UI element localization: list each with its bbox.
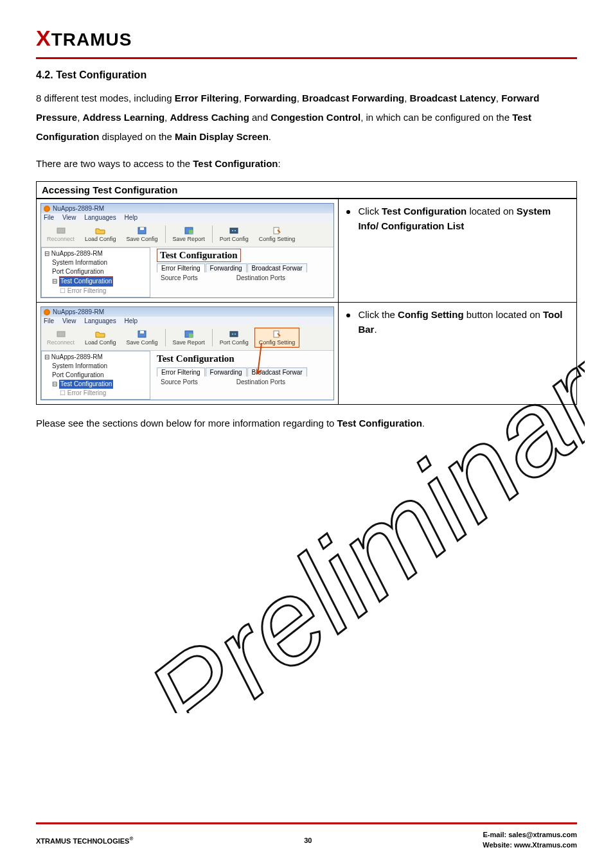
port-config-button[interactable]: Port Config: [215, 328, 253, 348]
port-icon: [228, 226, 240, 235]
config-setting-button[interactable]: Config Setting: [254, 328, 300, 348]
menu-help[interactable]: Help: [124, 214, 138, 221]
text: ,: [239, 93, 244, 103]
reconnect-button[interactable]: Reconnect: [42, 328, 79, 348]
reconnect-button[interactable]: Reconnect: [42, 224, 79, 244]
svg-rect-5: [230, 228, 238, 233]
tree-label: Error Filtering: [67, 389, 107, 396]
tree-testconf[interactable]: ⊟ Test Configuration: [43, 276, 148, 287]
tree-portconf[interactable]: Port Configuration: [43, 267, 148, 276]
screenshot-cell: NuApps-2889-RM File View Languages Help …: [37, 303, 339, 404]
footer-company: XTRAMUS TECHNOLOGIES®: [36, 836, 133, 845]
tree-label-selected: Test Configuration: [59, 380, 114, 389]
tree-root[interactable]: ⊟ NuApps-2889-RM: [43, 249, 148, 258]
save-report-button[interactable]: Save Report: [168, 224, 209, 244]
menu-languages[interactable]: Languages: [84, 317, 116, 324]
text: , in which can be configured on the: [360, 112, 512, 123]
toolbar-separator: [212, 226, 213, 243]
save-icon: [136, 330, 148, 339]
footer-contact: E-mail: sales@xtramus.com Website: www.X…: [483, 830, 577, 850]
port-config-button[interactable]: Port Config: [215, 224, 253, 244]
reconnect-icon: [55, 226, 67, 235]
menu-help[interactable]: Help: [124, 317, 138, 324]
config-setting-button[interactable]: Config Setting: [254, 224, 300, 244]
btn-label: Save Report: [173, 339, 205, 346]
text: Click: [358, 206, 382, 217]
tab-forwarding[interactable]: Forwarding: [206, 263, 247, 272]
save-config-button[interactable]: Save Config: [122, 328, 163, 348]
destination-ports-label: Destination Ports: [236, 378, 285, 385]
term-address-caching: Address Caching: [170, 112, 249, 123]
tree-label: Port Configuration: [52, 371, 104, 378]
tree-errfilt[interactable]: ☐ Error Filtering: [43, 389, 148, 398]
source-ports-label: Source Ports: [161, 378, 198, 385]
bullet-icon: [346, 210, 350, 214]
tree-label-selected: Test Configuration: [59, 276, 114, 287]
config-setting-icon: [271, 226, 283, 235]
footer-rule: [36, 822, 577, 824]
tab-error-filtering[interactable]: Error Filtering: [157, 368, 205, 376]
toolbar-separator: [165, 226, 166, 243]
text: ,: [496, 93, 501, 103]
text: .: [374, 324, 377, 335]
btn-label: Reconnect: [47, 339, 75, 346]
tab-broadcast-forwarding[interactable]: Broadcast Forwar: [247, 263, 307, 272]
brand-rest: TRAMUS: [51, 30, 132, 49]
svg-point-15: [232, 333, 233, 335]
tree-testconf[interactable]: ⊟ Test Configuration: [43, 380, 148, 389]
ports-header-row: Source Ports Destination Ports: [157, 376, 332, 385]
svg-rect-11: [140, 331, 144, 333]
app-window-2: NuApps-2889-RM File View Languages Help …: [40, 306, 334, 400]
tree-label: NuApps-2889-RM: [51, 353, 103, 360]
window-title: NuApps-2889-RM: [53, 308, 104, 315]
content-pane: Test Configuration Error Filtering Forwa…: [150, 247, 333, 297]
btn-label: Config Setting: [259, 236, 296, 242]
menu-languages[interactable]: Languages: [84, 214, 116, 221]
toolbar: Reconnect Load Config Save Config Save R…: [41, 325, 333, 351]
content-title: Test Configuration: [157, 352, 332, 366]
tree-sysinfo[interactable]: System Information: [43, 362, 148, 371]
term-test-configuration: Test Configuration: [193, 158, 278, 169]
load-config-button[interactable]: Load Config: [80, 224, 121, 244]
bullet-icon: [346, 314, 350, 317]
svg-rect-0: [57, 228, 65, 233]
tab-forwarding[interactable]: Forwarding: [206, 368, 247, 376]
svg-rect-9: [57, 332, 65, 337]
load-config-button[interactable]: Load Config: [80, 328, 121, 348]
tab-broadcast-forwarding[interactable]: Broadcast Forwar: [247, 368, 307, 376]
menu-file[interactable]: File: [44, 317, 54, 324]
text: .: [422, 418, 425, 429]
content-pane: Test Configuration Error Filtering Forwa…: [150, 351, 333, 400]
table-header: Accessing Test Configuration: [37, 182, 576, 199]
app-window-1: NuApps-2889-RM File View Languages Help …: [40, 203, 334, 298]
tree-errfilt[interactable]: ☐ Error Filtering: [43, 287, 148, 296]
term-main-display-screen: Main Display Screen: [175, 131, 269, 142]
tree-sysinfo[interactable]: System Information: [43, 258, 148, 267]
btn-label: Save Config: [127, 236, 158, 242]
menu-view[interactable]: View: [62, 317, 76, 324]
text: and: [249, 112, 271, 123]
port-icon: [228, 330, 240, 339]
term-congestion-control: Congestion Control: [271, 112, 360, 123]
btn-label: Load Config: [85, 339, 116, 346]
btn-label: Save Config: [127, 339, 158, 346]
menubar: File View Languages Help: [41, 213, 333, 222]
term-address-learning: Address Learning: [83, 112, 165, 123]
website: www.Xtramus.com: [514, 841, 577, 849]
content-title: Test Configuration: [157, 249, 241, 262]
closing-paragraph: Please see the sections down below for m…: [36, 414, 577, 433]
content-tabs: Error Filtering Forwarding Broadcast For…: [157, 263, 332, 272]
section-heading: 4.2. Test Configuration: [36, 69, 577, 81]
nav-tree: ⊟ NuApps-2889-RM System Information Port…: [41, 247, 150, 297]
tab-error-filtering[interactable]: Error Filtering: [157, 263, 205, 272]
tree-root[interactable]: ⊟ NuApps-2889-RM: [43, 353, 148, 362]
save-report-button[interactable]: Save Report: [168, 328, 209, 348]
menu-view[interactable]: View: [62, 214, 76, 221]
text: Click the: [358, 309, 398, 320]
save-config-button[interactable]: Save Config: [122, 224, 163, 244]
tree-label: System Information: [52, 259, 107, 266]
email: sales@xtramus.com: [508, 831, 577, 838]
tree-portconf[interactable]: Port Configuration: [43, 371, 148, 380]
menu-file[interactable]: File: [44, 214, 54, 221]
term: Config Setting: [398, 309, 463, 320]
